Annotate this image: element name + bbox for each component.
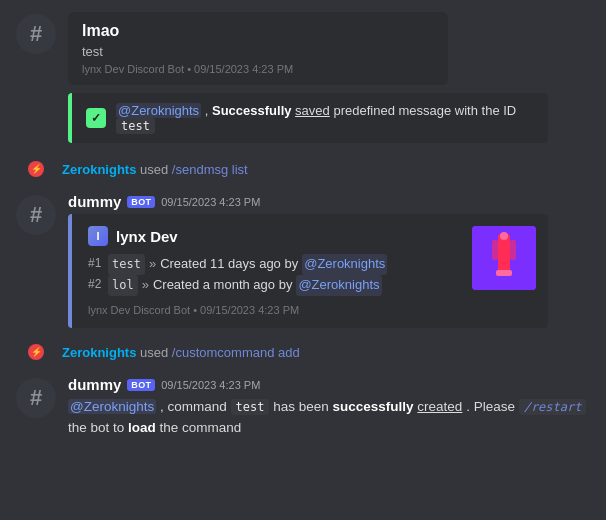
embed-thumbnail	[472, 226, 536, 290]
svg-rect-2	[496, 270, 512, 276]
message-timestamp: 09/15/2023 4:23 PM	[161, 196, 260, 208]
bold-successfully: Successfully	[212, 103, 292, 118]
bot-username: dummy	[68, 193, 121, 210]
success-embed: ✓ @Zeroknights , Successfully saved pred…	[68, 93, 548, 143]
mention-zeroknights-2: @Zeroknights	[68, 399, 156, 414]
list-created-1: Created 11 days ago by	[160, 254, 298, 275]
list-item-2: #2 lol » Created a month ago by @Zerokni…	[88, 275, 452, 296]
embed-card-list: I lynx Dev #1 test » Created 11 days ago…	[68, 214, 548, 328]
embed-icon: I	[88, 226, 108, 246]
id-code: test	[116, 118, 155, 134]
arrow-1: »	[149, 254, 156, 275]
slash-restart: /restart	[519, 399, 587, 415]
svg-rect-5	[510, 240, 516, 260]
list-name-2: lol	[108, 275, 138, 296]
svg-rect-4	[492, 240, 498, 260]
command-text-sendmsg: Zeroknights used /sendmsg list	[62, 162, 248, 177]
bot-message-sendmsg: # dummy BOT 09/15/2023 4:23 PM I lyn	[0, 181, 606, 332]
message-header: dummy BOT 09/15/2023 4:23 PM	[68, 193, 590, 210]
command-name-customcommand: /customcommand add	[172, 345, 300, 360]
embed-title: lmao	[82, 22, 434, 40]
command-result-text: @Zeroknights , command test has been suc…	[68, 395, 590, 440]
code-test: test	[231, 399, 270, 415]
first-message-block: # lmao test lynx Dev Discord Bot • 09/15…	[0, 0, 606, 87]
saved-text: saved	[295, 103, 330, 118]
check-icon: ✓	[86, 108, 106, 128]
arrow-2: »	[142, 275, 149, 296]
success-notification-area: ✓ @Zeroknights , Successfully saved pred…	[0, 87, 606, 149]
list-user-1: @Zeroknights	[302, 254, 387, 275]
bold-load: load	[128, 420, 156, 435]
created-underline: created	[417, 399, 462, 414]
bot-message-content: dummy BOT 09/15/2023 4:23 PM I lynx Dev	[68, 193, 590, 328]
command-icon-customcommand: ⚡	[28, 344, 44, 360]
command-icon-sendmsg: ⚡	[28, 161, 44, 177]
list-item-1: #1 test » Created 11 days ago by @Zerokn…	[88, 254, 452, 275]
list-num-2: #2	[88, 275, 104, 294]
embed-footer-text: lynx Dev Discord Bot • 09/15/2023 4:23 P…	[88, 304, 532, 316]
bot-message-customcommand: # dummy BOT 09/15/2023 4:23 PM @Zeroknig…	[0, 364, 606, 444]
list-name-1: test	[108, 254, 145, 275]
bot-message-content-2: dummy BOT 09/15/2023 4:23 PM @Zeroknight…	[68, 376, 590, 440]
command-user-customcommand: Zeroknights	[62, 345, 136, 360]
list-created-2: Created a month ago by	[153, 275, 292, 296]
avatar: #	[16, 14, 56, 54]
bot-username-2: dummy	[68, 376, 121, 393]
command-user-sendmsg: Zeroknights	[62, 162, 136, 177]
list-num-1: #1	[88, 254, 104, 273]
embed-list: #1 test » Created 11 days ago by @Zerokn…	[88, 254, 532, 296]
message-header-2: dummy BOT 09/15/2023 4:23 PM	[68, 376, 590, 393]
embed-footer: lynx Dev Discord Bot • 09/15/2023 4:23 P…	[82, 63, 434, 75]
svg-point-3	[500, 232, 508, 240]
embed-description: test	[82, 44, 434, 59]
bot-avatar-dummy-2: #	[16, 378, 56, 418]
mention-zeroknights: @Zeroknights	[116, 103, 201, 118]
message-timestamp-2: 09/15/2023 4:23 PM	[161, 379, 260, 391]
success-text: @Zeroknights , Successfully saved predef…	[116, 103, 534, 133]
embed-header: I lynx Dev	[88, 226, 532, 246]
bot-badge: BOT	[127, 196, 155, 208]
bot-badge-2: BOT	[127, 379, 155, 391]
list-user-2: @Zeroknights	[296, 275, 381, 296]
bold-successfully-2: successfully	[333, 399, 414, 414]
command-name-sendmsg: /sendmsg list	[172, 162, 248, 177]
command-text-customcommand: Zeroknights used /customcommand add	[62, 345, 300, 360]
command-use-customcommand: ⚡ Zeroknights used /customcommand add	[0, 340, 606, 364]
command-use-sendmsg: ⚡ Zeroknights used /sendmsg list	[0, 157, 606, 181]
embed-title-lynx: lynx Dev	[116, 228, 178, 245]
bot-avatar-dummy: #	[16, 195, 56, 235]
